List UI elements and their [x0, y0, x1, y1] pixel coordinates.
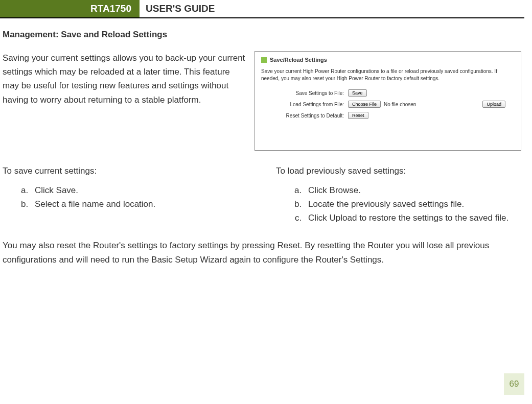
intro-paragraph: Saving your current settings allows you …: [3, 51, 245, 151]
file-chosen-text: No file chosen: [384, 102, 416, 107]
section-title: Management: Save and Reload Settings: [3, 30, 524, 40]
settings-screenshot: Save/Reload Settings Save your current H…: [255, 51, 521, 151]
page-header: RTA1750 USER'S GUIDE: [0, 0, 524, 18]
load-row: Load Settings from File: Choose File No …: [261, 101, 515, 108]
list-item: Select a file name and location.: [31, 197, 256, 211]
save-label: Save Settings to File:: [261, 90, 348, 96]
choose-file-button[interactable]: Choose File: [348, 101, 381, 108]
screenshot-description: Save your current High Power Router conf…: [261, 68, 515, 82]
save-steps: Click Save. Select a file name and locat…: [3, 183, 256, 211]
header-title: USER'S GUIDE: [140, 0, 221, 17]
list-item: Click Save.: [31, 183, 256, 197]
screenshot-title: Save/Reload Settings: [270, 57, 327, 63]
reset-label: Reset Settings to Default:: [261, 113, 348, 118]
footer-paragraph: You may also reset the Router's settings…: [3, 239, 524, 268]
instructions-columns: To save current settings: Click Save. Se…: [3, 166, 524, 225]
save-button[interactable]: Save: [348, 89, 367, 97]
page-content: Management: Save and Reload Settings Sav…: [0, 18, 532, 268]
page-number: 69: [504, 373, 524, 395]
reset-button[interactable]: Reset: [348, 112, 368, 119]
reset-row: Reset Settings to Default: Reset: [261, 112, 515, 119]
square-icon: [261, 57, 267, 63]
load-label: Load Settings from File:: [261, 102, 348, 107]
header-model: RTA1750: [0, 0, 140, 17]
list-item: Click Upload to restore the settings to …: [304, 211, 531, 225]
screenshot-header: Save/Reload Settings: [261, 57, 515, 63]
list-item: Click Browse.: [304, 183, 531, 197]
list-item: Locate the previously saved settings fil…: [304, 197, 531, 211]
save-column: To save current settings: Click Save. Se…: [3, 166, 256, 225]
load-column: To load previously saved settings: Click…: [276, 166, 531, 225]
save-heading: To save current settings:: [3, 166, 256, 176]
top-row: Saving your current settings allows you …: [3, 51, 524, 151]
load-steps: Click Browse. Locate the previously save…: [276, 183, 531, 225]
load-heading: To load previously saved settings:: [276, 166, 531, 176]
save-row: Save Settings to File: Save: [261, 89, 515, 97]
upload-button[interactable]: Upload: [482, 101, 505, 108]
